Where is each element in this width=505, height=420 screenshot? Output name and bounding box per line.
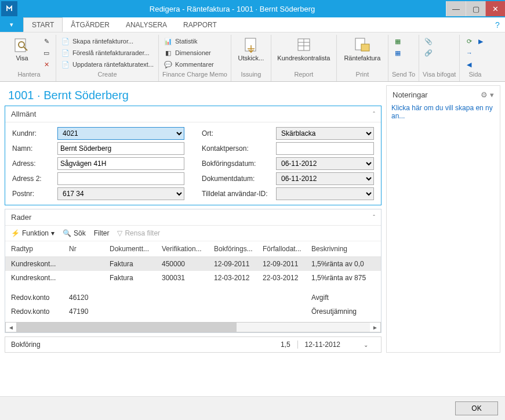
cell: Faktura (110, 274, 162, 282)
group-report-label: Report (275, 70, 333, 80)
group-hantera-label: Hantera (6, 70, 52, 80)
footer: OK (0, 396, 505, 420)
rantefaktura-button[interactable]: Räntefaktura (340, 36, 384, 63)
ribbon: Visa ✎ ▭ ✕ Hantera 📄Skapa räntefakturor.… (0, 32, 505, 82)
postnr-field[interactable]: 617 34 (57, 187, 184, 200)
group-create-label: Create (60, 70, 155, 80)
group-issuing-label: Issuing (235, 70, 267, 80)
create-skapa[interactable]: 📄Skapa räntefakturor... (60, 36, 155, 46)
edit-small-icon[interactable]: ✎ (41, 36, 52, 46)
view-small-icon[interactable]: ▭ (41, 48, 52, 58)
visa-button[interactable]: Visa (6, 36, 38, 63)
col-radtyp[interactable]: Radtyp (11, 245, 69, 253)
cell (110, 307, 162, 316)
play-icon: ▶ (476, 37, 485, 46)
close-button[interactable]: ✕ (485, 1, 505, 16)
horizontal-scrollbar[interactable]: ◄ ► (5, 322, 381, 332)
collapse-icon[interactable]: ˆ (373, 214, 375, 221)
tab-analysera[interactable]: ANALYSERA (118, 17, 175, 32)
cell (263, 307, 311, 316)
kundreskontralista-button[interactable]: Kundreskontralista (275, 36, 333, 63)
maximize-button[interactable]: ▢ (466, 1, 485, 16)
table-row[interactable]: Kundreskont...Faktura45000012-09-201112-… (5, 257, 381, 271)
fcm-statistik[interactable]: 📊Statistik (162, 36, 215, 46)
adress-field[interactable] (57, 157, 184, 170)
sida-refresh[interactable]: ⟳ ▶ (463, 36, 486, 46)
titlebar: Redigera - Räntefaktura - 1001 · Bernt S… (0, 0, 505, 17)
arrow-right-icon: → (464, 48, 474, 57)
dokdatum-field[interactable]: 06-11-2012 (276, 172, 374, 185)
noteringar-create-link[interactable]: Klicka här om du vill skapa en ny an... (391, 104, 495, 120)
table-row[interactable]: Redov.konto46120Avgift (5, 291, 381, 305)
tab-start[interactable]: START (23, 17, 63, 32)
delete-small-icon[interactable]: ✕ (41, 59, 52, 70)
cell: 22-03-2012 (263, 274, 311, 282)
bokfdatum-field[interactable]: 06-11-2012 (276, 157, 374, 170)
file-menu[interactable]: ▾ (0, 17, 23, 32)
adress2-field[interactable] (57, 172, 184, 185)
col-verifikation[interactable]: Verifikation... (162, 245, 214, 253)
bokforing-v1: 1,5 (274, 341, 297, 349)
col-dokument[interactable]: Dokumentt... (110, 245, 162, 253)
col-bokforing[interactable]: Bokförings... (214, 245, 263, 253)
cell: Avgift (311, 294, 375, 302)
kundnr-field[interactable]: 4021 (57, 127, 184, 140)
menubar: ▾ START ÅTGÄRDER ANALYSERA RAPPORT ? (0, 17, 505, 32)
refresh-icon: ⟳ (464, 37, 474, 46)
sida-prev[interactable]: ◀ (463, 59, 486, 70)
col-nr[interactable]: Nr (69, 245, 110, 253)
userid-label: Tilldelat användar-ID: (202, 190, 271, 198)
cell: Redov.konto (11, 307, 69, 316)
group-visabifogat-label: Visa bifogat (423, 70, 456, 80)
help-icon[interactable]: ? (490, 17, 505, 32)
minimize-button[interactable]: — (446, 1, 466, 16)
ok-button[interactable]: OK (455, 401, 498, 415)
collapse-icon[interactable]: ˆ (373, 111, 375, 118)
panel-allmant-title: Allmänt (11, 110, 36, 118)
cell: Redov.konto (11, 294, 69, 302)
fcm-kommentarer[interactable]: 💬Kommentarer (162, 59, 215, 70)
ort-label: Ort: (202, 129, 271, 137)
col-forfallo[interactable]: Förfallodat... (263, 245, 311, 253)
scroll-thumb[interactable] (16, 323, 237, 332)
utskick-button[interactable]: Utskick... (235, 36, 267, 63)
tab-rapport[interactable]: RAPPORT (175, 17, 225, 32)
rader-funktion[interactable]: ⚡Funktion ▾ (11, 229, 55, 237)
table-row[interactable]: Redov.konto47190Öresutjämning (5, 305, 381, 318)
visabifogat-2[interactable]: 🔗 (423, 48, 434, 58)
bokfdatum-label: Bokföringsdatum: (202, 160, 271, 168)
cell: 12-09-2011 (214, 260, 263, 268)
sendto-2[interactable]: ▦ (392, 48, 404, 58)
magnifier-icon (13, 37, 31, 53)
rader-filter[interactable]: Filter (94, 229, 110, 237)
tab-atgarder[interactable]: ÅTGÄRDER (63, 17, 118, 32)
excel-icon: ▦ (393, 37, 402, 46)
svg-rect-9 (361, 44, 369, 51)
create-uppdatera[interactable]: 📄Uppdatera räntefakturatext... (60, 59, 155, 70)
sida-next[interactable]: → (463, 48, 486, 58)
grid-body: Kundreskont...Faktura45000012-09-201112-… (5, 257, 381, 318)
group-sendto-label: Send To (392, 70, 415, 80)
kontakt-label: Kontaktperson: (202, 144, 271, 153)
namn-field[interactable] (57, 142, 184, 155)
cell: 12-03-2012 (214, 274, 263, 282)
create-foresla[interactable]: 📄Föreslå räntefakturarader... (60, 48, 155, 58)
kontakt-field[interactable] (276, 142, 374, 155)
group-print-label: Print (340, 70, 384, 80)
scroll-right-icon[interactable]: ► (370, 324, 380, 331)
fcm-dimensioner[interactable]: ◧Dimensioner (162, 48, 215, 58)
table-row[interactable]: Kundreskont...Faktura30003112-03-201222-… (5, 271, 381, 285)
doc-lines-icon: 📄 (61, 48, 70, 57)
gear-icon[interactable]: ⚙ ▾ (481, 90, 494, 99)
visabifogat-1[interactable]: 📎 (423, 36, 434, 46)
col-beskrivning[interactable]: Beskrivning (311, 245, 375, 253)
ort-field[interactable]: Skärblacka (276, 127, 374, 140)
cell: 450000 (162, 260, 214, 268)
chevron-down-icon[interactable]: ⌄ (364, 342, 368, 348)
rader-sok[interactable]: 🔍Sök (63, 229, 86, 237)
table-row[interactable] (5, 285, 381, 291)
rader-rensa[interactable]: ▽Rensa filter (117, 229, 160, 237)
userid-field[interactable] (276, 187, 374, 200)
sendto-1[interactable]: ▦ (392, 36, 404, 46)
scroll-left-icon[interactable]: ◄ (6, 324, 16, 331)
